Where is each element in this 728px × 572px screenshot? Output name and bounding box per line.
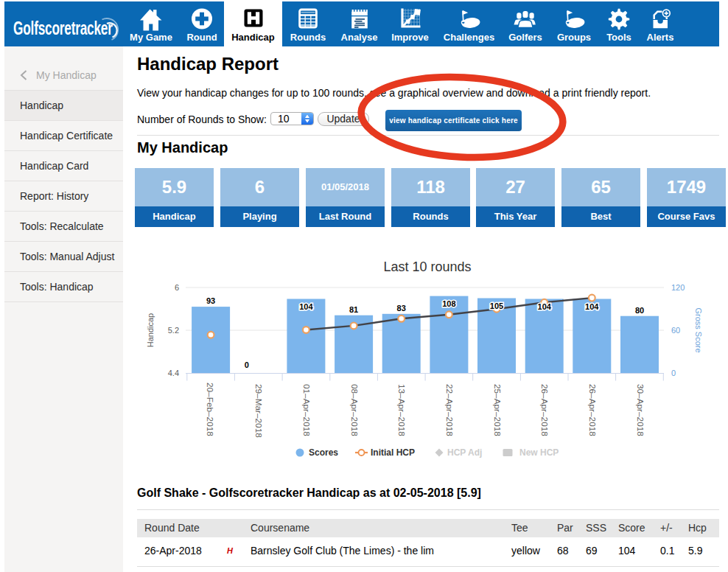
svg-text:105: 105 xyxy=(490,301,503,310)
svg-text:25–Apr–2018: 25–Apr–2018 xyxy=(492,384,503,436)
svg-text:20–Feb–2018: 20–Feb–2018 xyxy=(205,383,215,436)
svg-text:6: 6 xyxy=(175,283,179,292)
svg-text:Gross Score: Gross Score xyxy=(694,307,703,352)
svg-text:Scores: Scores xyxy=(309,447,338,458)
svg-text:30–Apr–2018: 30–Apr–2018 xyxy=(635,384,645,436)
svg-text:Initial HCP: Initial HCP xyxy=(371,447,415,458)
svg-text:93: 93 xyxy=(206,296,215,305)
svg-text:104: 104 xyxy=(299,302,313,311)
svg-text:0: 0 xyxy=(245,360,249,369)
svg-text:0: 0 xyxy=(671,369,676,377)
svg-text:26–Apr–2018: 26–Apr–2018 xyxy=(539,384,550,436)
svg-text:60: 60 xyxy=(671,326,680,335)
svg-text:83: 83 xyxy=(397,304,406,313)
svg-text:80: 80 xyxy=(635,306,644,315)
svg-text:26–Apr–2018: 26–Apr–2018 xyxy=(587,384,598,436)
svg-text:120: 120 xyxy=(671,283,685,292)
svg-text:4.4: 4.4 xyxy=(168,369,179,377)
svg-text:81: 81 xyxy=(349,305,358,314)
svg-text:104: 104 xyxy=(585,302,599,311)
svg-text:08–Apr–2018: 08–Apr–2018 xyxy=(349,384,360,436)
svg-text:108: 108 xyxy=(442,299,455,308)
svg-text:HCP Adj: HCP Adj xyxy=(447,447,482,458)
svg-text:New HCP: New HCP xyxy=(519,447,559,458)
svg-text:Handicap: Handicap xyxy=(146,313,155,347)
svg-text:29–Mar–2018: 29–Mar–2018 xyxy=(253,384,264,438)
svg-text:104: 104 xyxy=(538,302,552,311)
svg-text:5.2: 5.2 xyxy=(168,326,179,335)
svg-text:01–Apr–2018: 01–Apr–2018 xyxy=(301,384,312,436)
svg-text:22–Apr–2018: 22–Apr–2018 xyxy=(444,384,455,436)
svg-text:Last 10 rounds: Last 10 rounds xyxy=(383,259,471,274)
svg-text:13–Apr–2018: 13–Apr–2018 xyxy=(396,384,407,436)
